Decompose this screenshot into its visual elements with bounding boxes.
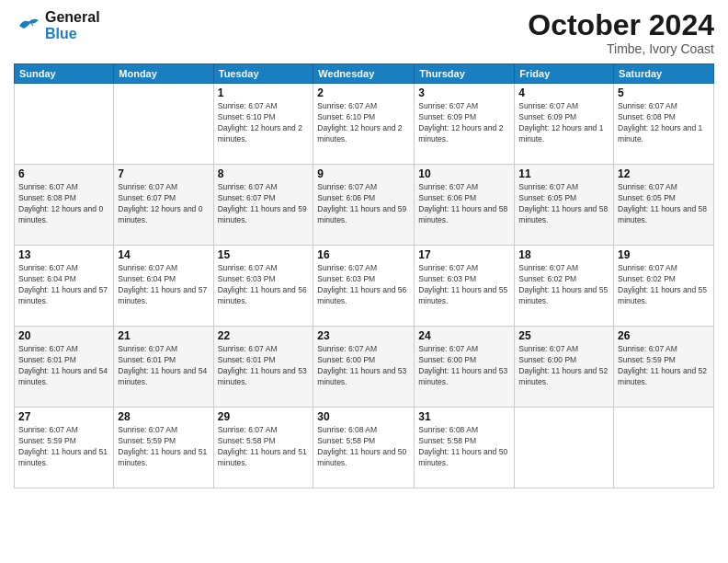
day-number: 2 — [317, 86, 410, 99]
day-info: Sunrise: 6:07 AMSunset: 6:08 PMDaylight:… — [618, 101, 710, 145]
day-number: 16 — [317, 248, 410, 261]
header-row: SundayMondayTuesdayWednesdayThursdayFrid… — [15, 64, 714, 84]
day-number: 18 — [518, 248, 609, 261]
col-header-friday: Friday — [515, 64, 614, 84]
day-info: Sunrise: 6:07 AMSunset: 6:02 PMDaylight:… — [618, 263, 710, 307]
day-cell: 22Sunrise: 6:07 AMSunset: 6:01 PMDayligh… — [213, 327, 313, 408]
day-info: Sunrise: 6:07 AMSunset: 6:00 PMDaylight:… — [518, 344, 609, 388]
day-cell: 11Sunrise: 6:07 AMSunset: 6:05 PMDayligh… — [515, 165, 614, 246]
day-number: 5 — [618, 86, 710, 99]
day-cell: 31Sunrise: 6:08 AMSunset: 5:58 PMDayligh… — [415, 408, 515, 488]
day-info: Sunrise: 6:07 AMSunset: 6:09 PMDaylight:… — [418, 101, 510, 145]
day-cell — [15, 84, 114, 165]
day-cell: 17Sunrise: 6:07 AMSunset: 6:03 PMDayligh… — [415, 246, 515, 327]
day-cell: 25Sunrise: 6:07 AMSunset: 6:00 PMDayligh… — [515, 327, 614, 408]
day-info: Sunrise: 6:07 AMSunset: 6:04 PMDaylight:… — [118, 263, 209, 307]
day-number: 28 — [118, 410, 209, 423]
location-title: Timbe, Ivory Coast — [528, 41, 714, 56]
day-number: 23 — [317, 329, 410, 342]
day-number: 13 — [18, 248, 109, 261]
logo-line1: General — [45, 9, 100, 26]
day-number: 19 — [618, 248, 710, 261]
day-number: 24 — [418, 329, 510, 342]
day-cell: 27Sunrise: 6:07 AMSunset: 5:59 PMDayligh… — [15, 408, 114, 488]
day-cell: 2Sunrise: 6:07 AMSunset: 6:10 PMDaylight… — [313, 84, 415, 165]
week-row-4: 20Sunrise: 6:07 AMSunset: 6:01 PMDayligh… — [15, 327, 714, 408]
title-block: October 2024 Timbe, Ivory Coast — [528, 9, 714, 56]
day-info: Sunrise: 6:07 AMSunset: 6:00 PMDaylight:… — [418, 344, 510, 388]
day-info: Sunrise: 6:08 AMSunset: 5:58 PMDaylight:… — [418, 425, 510, 469]
day-cell: 30Sunrise: 6:08 AMSunset: 5:58 PMDayligh… — [313, 408, 415, 488]
day-cell: 24Sunrise: 6:07 AMSunset: 6:00 PMDayligh… — [415, 327, 515, 408]
day-cell: 29Sunrise: 6:07 AMSunset: 5:58 PMDayligh… — [213, 408, 313, 488]
day-info: Sunrise: 6:07 AMSunset: 6:05 PMDaylight:… — [518, 182, 609, 226]
day-cell: 3Sunrise: 6:07 AMSunset: 6:09 PMDaylight… — [415, 84, 515, 165]
day-info: Sunrise: 6:07 AMSunset: 5:59 PMDaylight:… — [118, 425, 209, 469]
day-info: Sunrise: 6:07 AMSunset: 6:00 PMDaylight:… — [317, 344, 410, 388]
day-cell — [114, 84, 213, 165]
day-info: Sunrise: 6:07 AMSunset: 6:07 PMDaylight:… — [218, 182, 310, 226]
day-number: 25 — [518, 329, 609, 342]
col-header-sunday: Sunday — [15, 64, 114, 84]
day-number: 30 — [317, 410, 410, 423]
day-cell: 9Sunrise: 6:07 AMSunset: 6:06 PMDaylight… — [313, 165, 415, 246]
col-header-monday: Monday — [114, 64, 213, 84]
day-number: 29 — [218, 410, 310, 423]
day-number: 31 — [418, 410, 510, 423]
day-info: Sunrise: 6:07 AMSunset: 6:06 PMDaylight:… — [317, 182, 410, 226]
day-cell: 20Sunrise: 6:07 AMSunset: 6:01 PMDayligh… — [15, 327, 114, 408]
day-cell: 12Sunrise: 6:07 AMSunset: 6:05 PMDayligh… — [614, 165, 714, 246]
day-cell — [614, 408, 714, 488]
day-info: Sunrise: 6:07 AMSunset: 6:07 PMDaylight:… — [118, 182, 209, 226]
logo-line2: Blue — [45, 26, 100, 42]
day-number: 15 — [218, 248, 310, 261]
day-cell: 6Sunrise: 6:07 AMSunset: 6:08 PMDaylight… — [15, 165, 114, 246]
day-info: Sunrise: 6:07 AMSunset: 6:06 PMDaylight:… — [418, 182, 510, 226]
day-info: Sunrise: 6:07 AMSunset: 6:05 PMDaylight:… — [618, 182, 710, 226]
week-row-5: 27Sunrise: 6:07 AMSunset: 5:59 PMDayligh… — [15, 408, 714, 488]
day-number: 12 — [618, 167, 710, 180]
header: General Blue October 2024 Timbe, Ivory C… — [14, 9, 714, 56]
day-cell: 10Sunrise: 6:07 AMSunset: 6:06 PMDayligh… — [415, 165, 515, 246]
day-cell: 28Sunrise: 6:07 AMSunset: 5:59 PMDayligh… — [114, 408, 213, 488]
day-info: Sunrise: 6:07 AMSunset: 6:03 PMDaylight:… — [317, 263, 410, 307]
day-info: Sunrise: 6:07 AMSunset: 6:08 PMDaylight:… — [18, 182, 109, 226]
day-number: 1 — [218, 86, 310, 99]
day-number: 8 — [218, 167, 310, 180]
day-cell: 4Sunrise: 6:07 AMSunset: 6:09 PMDaylight… — [515, 84, 614, 165]
day-info: Sunrise: 6:07 AMSunset: 6:04 PMDaylight:… — [18, 263, 109, 307]
week-row-3: 13Sunrise: 6:07 AMSunset: 6:04 PMDayligh… — [15, 246, 714, 327]
day-info: Sunrise: 6:07 AMSunset: 5:59 PMDaylight:… — [618, 344, 710, 388]
day-cell: 26Sunrise: 6:07 AMSunset: 5:59 PMDayligh… — [614, 327, 714, 408]
day-number: 14 — [118, 248, 209, 261]
col-header-tuesday: Tuesday — [213, 64, 313, 84]
day-cell: 5Sunrise: 6:07 AMSunset: 6:08 PMDaylight… — [614, 84, 714, 165]
day-cell: 1Sunrise: 6:07 AMSunset: 6:10 PMDaylight… — [213, 84, 313, 165]
month-title: October 2024 — [528, 9, 714, 41]
day-number: 7 — [118, 167, 209, 180]
calendar: SundayMondayTuesdayWednesdayThursdayFrid… — [14, 63, 714, 488]
day-number: 26 — [618, 329, 710, 342]
day-info: Sunrise: 6:07 AMSunset: 5:59 PMDaylight:… — [18, 425, 109, 469]
day-info: Sunrise: 6:07 AMSunset: 6:01 PMDaylight:… — [118, 344, 209, 388]
day-number: 17 — [418, 248, 510, 261]
logo: General Blue — [14, 9, 100, 41]
page: General Blue October 2024 Timbe, Ivory C… — [0, 0, 728, 563]
day-cell — [515, 408, 614, 488]
day-cell: 14Sunrise: 6:07 AMSunset: 6:04 PMDayligh… — [114, 246, 213, 327]
day-info: Sunrise: 6:07 AMSunset: 6:01 PMDaylight:… — [18, 344, 109, 388]
day-info: Sunrise: 6:07 AMSunset: 6:10 PMDaylight:… — [218, 101, 310, 145]
day-info: Sunrise: 6:07 AMSunset: 6:03 PMDaylight:… — [418, 263, 510, 307]
day-cell: 18Sunrise: 6:07 AMSunset: 6:02 PMDayligh… — [515, 246, 614, 327]
day-info: Sunrise: 6:07 AMSunset: 6:10 PMDaylight:… — [317, 101, 410, 145]
col-header-saturday: Saturday — [614, 64, 714, 84]
day-info: Sunrise: 6:07 AMSunset: 6:09 PMDaylight:… — [518, 101, 609, 145]
day-info: Sunrise: 6:07 AMSunset: 6:03 PMDaylight:… — [218, 263, 310, 307]
day-cell: 23Sunrise: 6:07 AMSunset: 6:00 PMDayligh… — [313, 327, 415, 408]
day-cell: 21Sunrise: 6:07 AMSunset: 6:01 PMDayligh… — [114, 327, 213, 408]
day-cell: 13Sunrise: 6:07 AMSunset: 6:04 PMDayligh… — [15, 246, 114, 327]
day-number: 6 — [18, 167, 109, 180]
day-info: Sunrise: 6:08 AMSunset: 5:58 PMDaylight:… — [317, 425, 410, 469]
day-number: 22 — [218, 329, 310, 342]
day-cell: 15Sunrise: 6:07 AMSunset: 6:03 PMDayligh… — [213, 246, 313, 327]
